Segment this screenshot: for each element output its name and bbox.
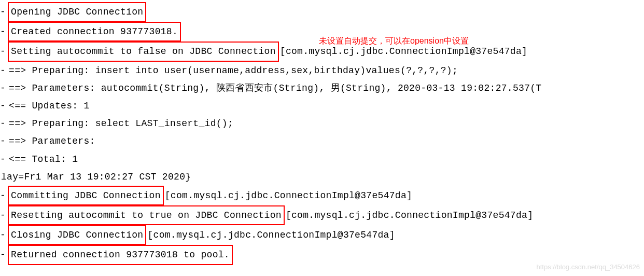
log-line: - ==> Parameters: autocommit(String), 陕西…	[0, 79, 644, 97]
boxed-text: Committing JDBC Connection	[8, 186, 164, 205]
boxed-text: Returned connection 937773018 to pool.	[8, 245, 233, 265]
line-dash: -	[0, 43, 6, 60]
line-dash: -	[0, 132, 6, 150]
line-dash: -	[0, 97, 6, 115]
line-after: ==> Parameters:	[9, 132, 95, 150]
line-dash: -	[0, 79, 6, 97]
boxed-text: Created connection 937773018.	[8, 22, 181, 42]
log-line: - ==> Parameters:	[0, 132, 644, 150]
line-dash: -	[0, 206, 6, 224]
line-after: lay=Fri Mar 13 19:02:27 CST 2020}	[1, 168, 191, 186]
log-line: - <== Updates: 1	[0, 97, 644, 115]
boxed-text: Closing JDBC Connection	[8, 225, 146, 245]
annotation-text: 未设置自动提交，可以在opension中设置	[319, 33, 469, 49]
line-after: ==> Parameters: autocommit(String), 陕西省西…	[9, 79, 541, 97]
log-line: lay=Fri Mar 13 19:02:27 CST 2020}	[0, 168, 644, 186]
log-line: - Opening JDBC Connection	[0, 2, 644, 22]
line-after: [com.mysql.cj.jdbc.ConnectionImpl@37e547…	[286, 206, 533, 224]
log-line: - Committing JDBC Connection [com.mysql.…	[0, 186, 644, 205]
line-dash: -	[0, 23, 6, 40]
line-after: [com.mysql.cj.jdbc.ConnectionImpl@37e547…	[165, 187, 412, 204]
line-dash: -	[0, 246, 6, 264]
log-line: - Closing JDBC Connection [com.mysql.cj.…	[0, 225, 644, 245]
line-dash: -	[0, 226, 6, 244]
log-line: - ==> Preparing: insert into user(userna…	[0, 62, 644, 79]
line-dash: -	[0, 187, 6, 204]
line-dash: -	[0, 150, 6, 168]
line-after: <== Total: 1	[9, 150, 78, 168]
line-after: <== Updates: 1	[9, 97, 89, 115]
line-after: ==> Preparing: select LAST_insert_id();	[9, 115, 233, 132]
line-after: [com.mysql.cj.jdbc.ConnectionImpl@37e547…	[147, 226, 395, 244]
log-line: - Resetting autocommit to true on JDBC C…	[0, 205, 644, 225]
log-line: - <== Total: 1	[0, 150, 644, 168]
boxed-text: Setting autocommit to false on JDBC Conn…	[8, 42, 279, 61]
watermark-text: https://blog.csdn.net/qq_34504626	[537, 261, 640, 274]
line-dash: -	[0, 62, 6, 79]
boxed-text: Opening JDBC Connection	[8, 2, 146, 22]
line-dash: -	[0, 3, 6, 21]
line-after: ==> Preparing: insert into user(username…	[9, 62, 458, 79]
line-dash: -	[0, 115, 6, 132]
boxed-text: Resetting autocommit to true on JDBC Con…	[8, 205, 285, 225]
log-line: - ==> Preparing: select LAST_insert_id()…	[0, 115, 644, 132]
